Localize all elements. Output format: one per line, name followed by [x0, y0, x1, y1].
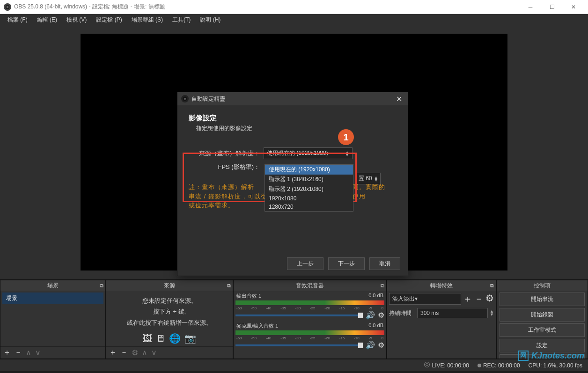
annotation-badge: 1	[338, 129, 354, 145]
minimize-button[interactable]: ─	[520, 0, 541, 14]
mixer-title: 音效混音器	[296, 282, 324, 290]
dialog-title: 自動設定精靈	[191, 95, 225, 103]
transition-settings-button[interactable]: ⚙	[485, 293, 494, 305]
back-button[interactable]: 上一步	[287, 257, 323, 270]
fps-select[interactable]: 置 60 ▲▼	[356, 173, 381, 184]
menu-profile[interactable]: 設定檔 (P)	[91, 15, 126, 25]
volume-slider[interactable]	[235, 314, 363, 316]
menu-tools[interactable]: 工具(T)	[168, 15, 195, 25]
record-dot-icon	[478, 364, 481, 367]
menu-view[interactable]: 檢視 (V)	[62, 15, 91, 25]
resolution-select[interactable]: 使用現在的 (1920x1080) ▲▼	[264, 147, 353, 159]
dropdown-option[interactable]: 顯示器 2 (1920x1080)	[265, 184, 353, 194]
mixer-channel: 麥克風/輸入音效 10.0 dB -60-50-40-35-30-25-20-1…	[235, 322, 384, 350]
cancel-button[interactable]: 取消	[369, 257, 400, 270]
spinner-icon[interactable]: ▲▼	[490, 310, 494, 316]
controls-dock: 控制項 開始串流 開始錄製 工作室模式 設定 離開	[496, 280, 588, 359]
sources-title: 來源	[164, 282, 175, 290]
dropdown-option[interactable]: 1920x1080	[265, 194, 353, 203]
exit-button[interactable]: 離開	[500, 354, 585, 358]
remove-scene-button[interactable]: －	[15, 348, 22, 358]
vu-meter	[235, 330, 384, 335]
menu-edit[interactable]: 編輯 (E)	[32, 15, 62, 25]
window-title: OBS 25.0.8 (64-bit, windows) - 設定檔: 無標題 …	[14, 3, 520, 11]
settings-button[interactable]: 設定	[500, 339, 585, 352]
add-transition-button[interactable]: ＋	[463, 293, 472, 305]
close-button[interactable]: ✕	[563, 0, 584, 14]
sources-empty-l1: 您未設定任何來源。	[109, 295, 230, 306]
close-icon[interactable]: ✕	[394, 95, 404, 103]
resolution-dropdown: 使用現在的 (1920x1080) 顯示器 1 (3840x2160) 顯示器 …	[265, 164, 353, 212]
channel-name: 輸出音效 1	[236, 293, 261, 300]
channel-db: 0.0 dB	[368, 293, 383, 300]
camera-icon: 📷	[184, 330, 196, 346]
scenes-dock: 場景⧉ 場景 ＋ － ∧ ∨	[0, 280, 106, 359]
chevron-updown-icon: ▲▼	[374, 176, 378, 182]
channel-db: 0.0 dB	[368, 322, 383, 329]
obs-icon	[4, 3, 11, 11]
broadcast-icon	[424, 362, 430, 367]
status-bar: LIVE: 00:00:00 REC: 00:00:00 CPU: 1.6%, …	[0, 359, 588, 371]
mixer-channel: 輸出音效 10.0 dB -60-50-40-35-30-25-20-15-10…	[235, 293, 384, 320]
resolution-label: 來源（畫布）解析度：	[189, 149, 264, 158]
speaker-icon[interactable]: 🔊	[366, 311, 375, 320]
transition-select[interactable]: 淡入淡出▾	[389, 293, 461, 305]
speaker-icon[interactable]: 🔊	[366, 341, 375, 350]
vu-meter	[235, 300, 384, 305]
display-icon: 🖥	[156, 330, 165, 346]
section-heading: 影像設定	[189, 114, 397, 123]
transitions-title: 轉場特效	[430, 282, 453, 290]
source-up-button[interactable]: ∧	[142, 348, 147, 357]
sources-dock: 來源⧉ 您未設定任何來源。 按下方 + 鍵, 或在此按下右鍵新增一個來源。 🖼 …	[106, 280, 233, 359]
scene-down-button[interactable]: ∨	[35, 348, 41, 357]
gear-icon[interactable]: ⚙	[378, 341, 384, 350]
fps-label: FPS (影格率)：	[189, 163, 264, 171]
image-icon: 🖼	[143, 330, 152, 346]
source-down-button[interactable]: ∨	[151, 348, 157, 357]
add-scene-button[interactable]: ＋	[3, 348, 11, 358]
scenes-title: 場景	[47, 282, 59, 290]
popout-icon[interactable]: ⧉	[100, 283, 103, 289]
maximize-button[interactable]: ☐	[541, 0, 563, 14]
svg-point-1	[7, 6, 9, 8]
sources-empty-l3: 或在此按下右鍵新增一個來源。	[109, 317, 230, 328]
popout-icon[interactable]: ⧉	[227, 283, 231, 289]
obs-icon	[181, 95, 189, 102]
studio-mode-button[interactable]: 工作室模式	[500, 323, 585, 337]
menu-scene-collection[interactable]: 場景群組 (S)	[127, 15, 168, 25]
section-subtitle: 指定想使用的影像設定	[196, 124, 397, 132]
dropdown-option[interactable]: 1280x720	[265, 203, 353, 211]
scene-up-button[interactable]: ∧	[26, 348, 31, 357]
dropdown-option[interactable]: 使用現在的 (1920x1080)	[265, 165, 353, 175]
duration-label: 持續時間	[389, 309, 415, 317]
duration-input[interactable]: 300 ms	[417, 308, 488, 318]
live-status: LIVE: 00:00:00	[424, 362, 469, 369]
menu-bar: 檔案 (F) 編輯 (E) 檢視 (V) 設定檔 (P) 場景群組 (S) 工具…	[0, 14, 588, 25]
auto-config-dialog: 自動設定精靈 ✕ 影像設定 指定想使用的影像設定 來源（畫布）解析度： 使用現在…	[177, 92, 408, 276]
mixer-dock: 音效混音器⧉ 輸出音效 10.0 dB -60-50-40-35-30-25-2…	[233, 280, 387, 359]
popout-icon[interactable]: ⧉	[490, 283, 494, 289]
window-titlebar: OBS 25.0.8 (64-bit, windows) - 設定檔: 無標題 …	[0, 0, 588, 14]
scene-item[interactable]: 場景	[2, 293, 103, 304]
add-source-button[interactable]: ＋	[109, 348, 117, 358]
volume-slider[interactable]	[235, 344, 363, 346]
next-button[interactable]: 下一步	[328, 257, 365, 270]
menu-file[interactable]: 檔案 (F)	[3, 15, 32, 25]
channel-name: 麥克風/輸入音效 1	[236, 322, 278, 329]
chevron-updown-icon: ▲▼	[345, 151, 349, 156]
svg-point-3	[184, 98, 186, 100]
dropdown-option[interactable]: 顯示器 1 (3840x2160)	[265, 175, 353, 184]
menu-help[interactable]: 說明 (H)	[195, 15, 225, 25]
remove-transition-button[interactable]: －	[474, 293, 484, 305]
popout-icon[interactable]: ⧉	[381, 283, 384, 289]
globe-icon: 🌐	[169, 330, 181, 346]
cpu-status: CPU: 1.6%, 30.00 fps	[529, 362, 582, 369]
gear-icon[interactable]: ⚙	[378, 311, 384, 320]
controls-title: 控制項	[534, 282, 551, 290]
source-settings-button[interactable]: ⚙	[132, 348, 138, 357]
transitions-dock: 轉場特效⧉ 淡入淡出▾ ＋ － ⚙ 持續時間 300 ms ▲▼	[387, 280, 496, 359]
start-record-button[interactable]: 開始錄製	[500, 308, 585, 322]
remove-source-button[interactable]: －	[120, 348, 128, 358]
start-stream-button[interactable]: 開始串流	[500, 293, 585, 306]
rec-status: REC: 00:00:00	[478, 362, 520, 369]
